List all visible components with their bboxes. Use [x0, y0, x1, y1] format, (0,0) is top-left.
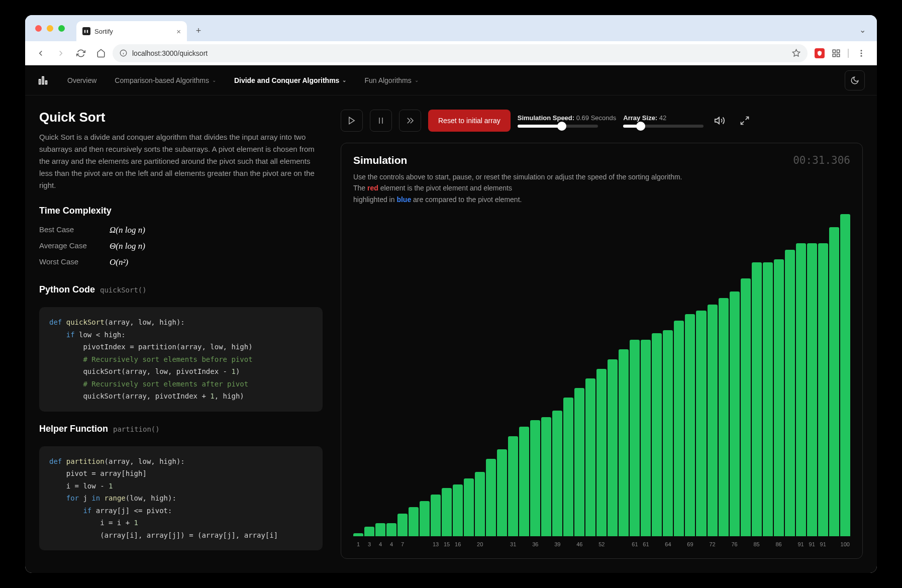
chart-bar	[741, 278, 751, 536]
svg-rect-3	[837, 54, 840, 56]
chart-bar	[752, 262, 762, 536]
separator	[848, 49, 850, 58]
x-tick: 20	[475, 541, 485, 547]
bar-chart	[353, 214, 850, 538]
chart-bar	[818, 243, 828, 536]
tc-label: Worst Case	[39, 257, 110, 267]
x-tick: 13	[431, 541, 441, 547]
x-tick: 61	[630, 541, 640, 547]
x-tick: 16	[453, 541, 463, 547]
svg-rect-1	[833, 50, 835, 52]
nav-link[interactable]: Fun Algorithms⌄	[356, 71, 426, 89]
url-bar[interactable]: localhost:3000/quicksort	[113, 44, 808, 62]
x-tick: 91	[807, 541, 817, 547]
sound-button[interactable]	[711, 112, 729, 130]
time-complexity-table: Best CaseΩ(n log n)Average CaseΘ(n log n…	[39, 222, 323, 270]
simulation-controls: Reset to initial array Simulation Speed:…	[341, 110, 863, 132]
x-tick	[785, 541, 795, 547]
size-label: Array Size: 42	[623, 114, 704, 122]
x-tick	[420, 541, 430, 547]
chart-bar	[431, 495, 441, 536]
chart-bar	[563, 398, 573, 536]
adblock-icon[interactable]	[815, 48, 825, 58]
chart-bar	[652, 333, 662, 536]
nav-link[interactable]: Comparison-based Algorithms⌄	[107, 71, 224, 89]
helper-function-name: partition()	[113, 425, 160, 433]
x-tick: 4	[386, 541, 396, 547]
x-tick	[486, 541, 496, 547]
reload-button[interactable]	[72, 45, 89, 62]
chart-bar	[663, 330, 673, 536]
nav-link[interactable]: Overview	[59, 71, 105, 89]
speed-label: Simulation Speed: 0.69 Seconds	[518, 114, 617, 122]
x-tick	[719, 541, 729, 547]
chart-bar	[353, 533, 363, 536]
simulation-timer: 00:31.306	[793, 154, 850, 166]
page-title: Quick Sort	[39, 110, 323, 125]
tabs-dropdown-button[interactable]: ⌄	[857, 24, 868, 35]
theme-toggle-button[interactable]	[845, 70, 865, 90]
x-tick: 64	[663, 541, 673, 547]
app-logo-icon[interactable]	[37, 74, 49, 86]
x-tick	[497, 541, 507, 547]
nav-link[interactable]: Divide and Conquer Algorithms⌄	[226, 71, 355, 89]
helper-heading: Helper Function	[39, 424, 108, 434]
svg-point-6	[861, 52, 862, 54]
x-tick: 86	[774, 541, 784, 547]
pause-button[interactable]	[370, 110, 392, 132]
tc-value: O(n²)	[110, 257, 128, 267]
chart-bar	[552, 411, 562, 536]
code-function-name: quickSort()	[100, 286, 147, 294]
x-tick: 1	[353, 541, 363, 547]
step-button[interactable]	[399, 110, 421, 132]
browser-tab[interactable]: ⫾⫾ Sortify ×	[76, 21, 187, 41]
chart-bar	[596, 369, 607, 536]
code-heading: Python Code	[39, 284, 95, 295]
x-tick	[696, 541, 706, 547]
x-tick: 7	[397, 541, 408, 547]
reset-button[interactable]: Reset to initial array	[428, 110, 511, 132]
speed-slider[interactable]	[518, 125, 598, 128]
maximize-window-button[interactable]	[58, 25, 65, 32]
x-tick: 91	[796, 541, 806, 547]
fullscreen-button[interactable]	[736, 112, 754, 130]
menu-icon[interactable]	[857, 49, 866, 58]
size-slider[interactable]	[623, 125, 704, 128]
x-tick: 91	[818, 541, 828, 547]
browser-tab-bar: ⫾⫾ Sortify × + ⌄	[25, 15, 877, 41]
home-button[interactable]	[92, 45, 110, 62]
main-code-block: def quickSort(array, low, high): if low …	[39, 307, 323, 412]
chart-bar	[763, 262, 773, 536]
play-button[interactable]	[341, 110, 363, 132]
window-controls	[35, 25, 65, 32]
chart-bar	[364, 527, 374, 536]
helper-code-block: def partition(array, low, high): pivot =…	[39, 446, 323, 551]
x-tick: 39	[552, 541, 562, 547]
chart-bar	[608, 359, 618, 536]
new-tab-button[interactable]: +	[191, 23, 206, 38]
x-tick: 100	[840, 541, 850, 547]
app-nav: OverviewComparison-based Algorithms⌄Divi…	[25, 65, 877, 95]
back-button[interactable]	[32, 45, 49, 62]
browser-toolbar: localhost:3000/quicksort	[25, 41, 877, 65]
url-text: localhost:3000/quicksort	[132, 49, 208, 57]
forward-button[interactable]	[52, 45, 69, 62]
x-tick: 3	[364, 541, 374, 547]
info-icon	[120, 49, 127, 57]
minimize-window-button[interactable]	[47, 25, 53, 32]
x-tick: 46	[574, 541, 584, 547]
svg-rect-2	[837, 50, 840, 52]
close-tab-button[interactable]: ×	[176, 27, 181, 36]
chart-bar	[530, 420, 540, 536]
chart-bar	[486, 459, 496, 536]
expand-icon	[740, 116, 750, 126]
close-window-button[interactable]	[35, 25, 42, 32]
star-icon[interactable]	[792, 49, 800, 57]
extensions-icon[interactable]	[832, 49, 841, 58]
x-tick: 4	[375, 541, 385, 547]
chart-bar	[420, 501, 430, 536]
chart-bar	[375, 523, 385, 536]
chart-bar	[519, 427, 529, 536]
tc-value: Θ(n log n)	[110, 241, 145, 251]
x-tick	[585, 541, 595, 547]
